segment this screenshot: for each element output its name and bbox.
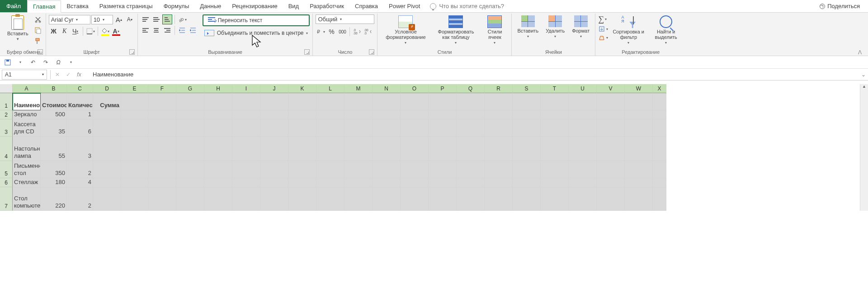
underline-button[interactable]: Ч▾ — [71, 26, 80, 36]
cell-L7[interactable] — [316, 187, 344, 211]
cell-R2[interactable] — [485, 110, 513, 119]
cell-X6[interactable] — [653, 178, 666, 187]
orientation-button[interactable]: ab▾ — [177, 14, 187, 24]
cell-D5[interactable] — [93, 161, 121, 178]
cell-R5[interactable] — [485, 161, 513, 178]
cell-U1[interactable] — [569, 93, 597, 110]
column-header-M[interactable]: M — [344, 84, 373, 93]
insert-function-button[interactable]: fx — [74, 71, 85, 78]
cell-R6[interactable] — [485, 178, 513, 187]
cell-J3[interactable] — [260, 119, 288, 137]
cell-X3[interactable] — [653, 119, 666, 137]
cell-W3[interactable] — [625, 119, 653, 137]
cell-P5[interactable] — [429, 161, 457, 178]
column-header-B[interactable]: B — [41, 84, 67, 93]
cell-E5[interactable] — [121, 161, 148, 178]
cell-Q7[interactable] — [457, 187, 485, 211]
tab-insert[interactable]: Вставка — [61, 0, 94, 12]
cell-W4[interactable] — [625, 137, 653, 161]
autosum-button[interactable]: ∑▾ — [598, 14, 608, 24]
align-top-button[interactable] — [141, 14, 151, 24]
align-center-button[interactable] — [151, 25, 161, 35]
qat-undo-button[interactable]: ↶ — [29, 58, 37, 66]
cell-S5[interactable] — [513, 161, 541, 178]
cell-R4[interactable] — [485, 137, 513, 161]
cell-U3[interactable] — [569, 119, 597, 137]
cell-D2[interactable] — [93, 110, 121, 119]
cell-C1[interactable]: Количество — [67, 93, 93, 110]
cell-Q3[interactable] — [457, 119, 485, 137]
cell-R7[interactable] — [485, 187, 513, 211]
cell-S4[interactable] — [513, 137, 541, 161]
cell-M5[interactable] — [344, 161, 373, 178]
cell-S1[interactable] — [513, 93, 541, 110]
tab-powerpivot[interactable]: Power Pivot — [383, 0, 425, 12]
cell-D6[interactable] — [93, 178, 121, 187]
cell-O5[interactable] — [401, 161, 429, 178]
cell-A4[interactable]: Настольная лампа — [13, 137, 41, 161]
cell-M2[interactable] — [344, 110, 373, 119]
insert-cells-button[interactable]: Вставить▾ — [514, 14, 541, 39]
cell-M7[interactable] — [344, 187, 373, 211]
qat-customize-button[interactable]: ▾ — [67, 58, 75, 66]
cell-J1[interactable] — [260, 93, 288, 110]
cell-N5[interactable] — [373, 161, 401, 178]
cell-P3[interactable] — [429, 119, 457, 137]
cell-L4[interactable] — [316, 137, 344, 161]
cell-K6[interactable] — [288, 178, 316, 187]
number-format-combo[interactable]: Общий▾ — [316, 14, 374, 24]
cell-V5[interactable] — [597, 161, 625, 178]
fill-button[interactable]: ▾ — [598, 25, 608, 33]
cell-A2[interactable]: Зеркало — [13, 110, 41, 119]
cell-N4[interactable] — [373, 137, 401, 161]
column-header-E[interactable]: E — [121, 84, 148, 93]
column-header-I[interactable]: I — [232, 84, 260, 93]
cell-H3[interactable] — [204, 119, 232, 137]
cell-P6[interactable] — [429, 178, 457, 187]
column-header-Q[interactable]: Q — [457, 84, 485, 93]
row-header-5[interactable]: 5 — [0, 161, 13, 178]
cell-T2[interactable] — [541, 110, 569, 119]
cell-U4[interactable] — [569, 137, 597, 161]
column-header-C[interactable]: C — [67, 84, 93, 93]
cell-K7[interactable] — [288, 187, 316, 211]
scroll-up-button[interactable]: ▲ — [860, 84, 868, 92]
cell-F7[interactable] — [148, 187, 176, 211]
cancel-formula-button[interactable]: ✕ — [52, 71, 63, 78]
column-header-D[interactable]: D — [93, 84, 121, 93]
cell-R1[interactable] — [485, 93, 513, 110]
conditional-formatting-button[interactable]: Условное форматирование▾ — [380, 14, 431, 46]
cell-S7[interactable] — [513, 187, 541, 211]
cell-G3[interactable] — [176, 119, 204, 137]
cell-L3[interactable] — [316, 119, 344, 137]
cell-W5[interactable] — [625, 161, 653, 178]
column-header-G[interactable]: G — [176, 84, 204, 93]
cell-I6[interactable] — [232, 178, 260, 187]
decrease-font-button[interactable]: А▾ — [125, 14, 135, 24]
column-header-S[interactable]: S — [513, 84, 541, 93]
cell-H6[interactable] — [204, 178, 232, 187]
cell-N3[interactable] — [373, 119, 401, 137]
tab-help[interactable]: Справка — [349, 0, 383, 12]
increase-indent-button[interactable] — [188, 25, 198, 35]
qat-redo-button[interactable]: ↷ — [42, 58, 50, 66]
cell-C4[interactable]: 3 — [67, 137, 93, 161]
cell-T3[interactable] — [541, 119, 569, 137]
cell-B4[interactable]: 55 — [41, 137, 67, 161]
cell-M4[interactable] — [344, 137, 373, 161]
cell-B5[interactable]: 350 — [41, 161, 67, 178]
align-bottom-button[interactable] — [162, 14, 172, 24]
cell-J4[interactable] — [260, 137, 288, 161]
collapse-ribbon-button[interactable]: ᐱ — [854, 49, 866, 56]
cell-I3[interactable] — [232, 119, 260, 137]
cell-B7[interactable]: 220 — [41, 187, 67, 211]
cell-M1[interactable] — [344, 93, 373, 110]
cell-D3[interactable] — [93, 119, 121, 137]
column-header-T[interactable]: T — [541, 84, 569, 93]
row-header-2[interactable]: 2 — [0, 110, 13, 119]
cell-E1[interactable] — [121, 93, 148, 110]
cell-N6[interactable] — [373, 178, 401, 187]
cell-Q4[interactable] — [457, 137, 485, 161]
number-launcher[interactable] — [369, 49, 374, 55]
cell-A7[interactable]: Стол компьютерный — [13, 187, 41, 211]
